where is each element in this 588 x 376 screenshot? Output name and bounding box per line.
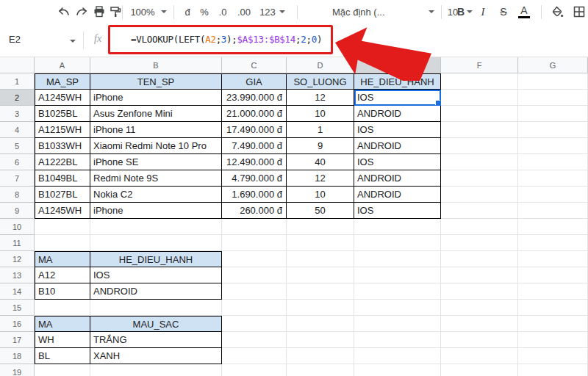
- strikethrough-button[interactable]: S: [495, 3, 512, 21]
- cell-C12[interactable]: [222, 251, 287, 267]
- row-header-1[interactable]: 1: [0, 73, 35, 90]
- cell-F11[interactable]: [441, 235, 518, 251]
- cell-E19[interactable]: [354, 364, 441, 376]
- cell-A8[interactable]: B1027BL: [35, 187, 90, 203]
- row-header-2[interactable]: 2: [0, 90, 35, 106]
- cell-E3[interactable]: ANDROID: [354, 106, 441, 122]
- cell-A15[interactable]: [35, 300, 90, 316]
- select-all-corner[interactable]: [0, 57, 35, 73]
- row-header-15[interactable]: 15: [0, 300, 35, 316]
- cell-A5[interactable]: B1033WH: [35, 138, 90, 154]
- undo-button[interactable]: [56, 3, 72, 21]
- row-header-6[interactable]: 6: [0, 154, 35, 170]
- cell-D10[interactable]: [287, 219, 354, 235]
- row-header-12[interactable]: 12: [0, 251, 35, 267]
- cell-A10[interactable]: [35, 219, 90, 235]
- cell-F8[interactable]: [441, 187, 518, 203]
- column-header-D[interactable]: D: [287, 57, 354, 73]
- cell-B3[interactable]: Asus Zenfone Mini: [90, 106, 222, 122]
- cell-G2[interactable]: [518, 90, 588, 106]
- cell-B17[interactable]: TRẮNG: [90, 332, 222, 348]
- cell-E15[interactable]: [354, 300, 441, 316]
- cell-A17[interactable]: WH: [35, 332, 90, 348]
- cell-C2[interactable]: 23.990.000 đ: [222, 90, 287, 106]
- cell-B4[interactable]: iPhone 11: [90, 122, 222, 138]
- row-header-10[interactable]: 10: [0, 219, 35, 235]
- cell-D13[interactable]: [287, 267, 354, 283]
- cell-B8[interactable]: Nokia C2: [90, 187, 222, 203]
- redo-button[interactable]: [74, 3, 90, 21]
- paint-format-button[interactable]: [107, 3, 123, 21]
- cell-F18[interactable]: [441, 348, 518, 364]
- zoom-caret[interactable]: [160, 3, 168, 21]
- cell-D17[interactable]: [287, 332, 354, 348]
- cell-E18[interactable]: [354, 348, 441, 364]
- increase-decimal-button[interactable]: .00: [234, 3, 254, 21]
- cell-B1[interactable]: TEN_SP: [90, 73, 222, 90]
- cell-C17[interactable]: [222, 332, 287, 348]
- row-header-3[interactable]: 3: [0, 106, 35, 122]
- cell-D9[interactable]: 50: [287, 203, 354, 219]
- column-header-C[interactable]: C: [222, 57, 287, 73]
- cell-E14[interactable]: [354, 283, 441, 300]
- cell-F3[interactable]: [441, 106, 518, 122]
- cell-G8[interactable]: [518, 187, 588, 203]
- cell-F16[interactable]: [441, 316, 518, 332]
- cell-B10[interactable]: [90, 219, 222, 235]
- row-header-18[interactable]: 18: [0, 348, 35, 364]
- name-box-caret[interactable]: [70, 40, 76, 43]
- cell-F9[interactable]: [441, 203, 518, 219]
- cell-B19[interactable]: [90, 364, 222, 376]
- cell-C1[interactable]: GIA: [222, 73, 287, 90]
- cell-D15[interactable]: [287, 300, 354, 316]
- cell-G14[interactable]: [518, 283, 588, 300]
- cell-C16[interactable]: [222, 316, 287, 332]
- cell-C19[interactable]: [222, 364, 287, 376]
- cell-C11[interactable]: [222, 235, 287, 251]
- cell-D4[interactable]: 1: [287, 122, 354, 138]
- cell-B6[interactable]: iPhone SE: [90, 154, 222, 170]
- row-header-16[interactable]: 16: [0, 316, 35, 332]
- cell-G15[interactable]: [518, 300, 588, 316]
- cell-D16[interactable]: [287, 316, 354, 332]
- cell-A16[interactable]: MA: [35, 316, 90, 332]
- cell-C8[interactable]: 1.690.000 đ: [222, 187, 287, 203]
- cell-A12[interactable]: MA: [35, 251, 90, 267]
- cell-B18[interactable]: XANH: [90, 348, 222, 364]
- column-header-A[interactable]: A: [35, 57, 90, 73]
- cell-F6[interactable]: [441, 154, 518, 170]
- cell-C13[interactable]: [222, 267, 287, 283]
- cell-B16[interactable]: MAU_SAC: [90, 316, 222, 332]
- row-header-17[interactable]: 17: [0, 332, 35, 348]
- cell-D1[interactable]: SO_LUONG: [287, 73, 354, 90]
- cell-A13[interactable]: A12: [35, 267, 90, 283]
- cell-D19[interactable]: [287, 364, 354, 376]
- cell-C6[interactable]: 12.490.000 đ: [222, 154, 287, 170]
- cell-B7[interactable]: Redmi Note 9S: [90, 170, 222, 187]
- row-header-7[interactable]: 7: [0, 170, 35, 187]
- cell-G11[interactable]: [518, 235, 588, 251]
- cell-A14[interactable]: B10: [35, 283, 90, 300]
- cell-F17[interactable]: [441, 332, 518, 348]
- row-header-13[interactable]: 13: [0, 267, 35, 283]
- cell-G4[interactable]: [518, 122, 588, 138]
- column-header-B[interactable]: B: [90, 57, 222, 73]
- cell-F2[interactable]: [441, 90, 518, 106]
- cell-C10[interactable]: [222, 219, 287, 235]
- cell-F13[interactable]: [441, 267, 518, 283]
- cell-C4[interactable]: 17.490.000 đ: [222, 122, 287, 138]
- cell-B9[interactable]: iPhone: [90, 203, 222, 219]
- cell-G13[interactable]: [518, 267, 588, 283]
- borders-button[interactable]: [570, 3, 588, 21]
- cell-D7[interactable]: 12: [287, 170, 354, 187]
- cell-G7[interactable]: [518, 170, 588, 187]
- cell-F1[interactable]: [441, 73, 518, 90]
- cell-D14[interactable]: [287, 283, 354, 300]
- italic-button[interactable]: I: [475, 3, 491, 21]
- cell-E6[interactable]: IOS: [354, 154, 441, 170]
- cell-E16[interactable]: [354, 316, 441, 332]
- cell-C18[interactable]: [222, 348, 287, 364]
- row-header-14[interactable]: 14: [0, 283, 35, 300]
- print-button[interactable]: [91, 3, 107, 21]
- cell-A3[interactable]: B1025BL: [35, 106, 90, 122]
